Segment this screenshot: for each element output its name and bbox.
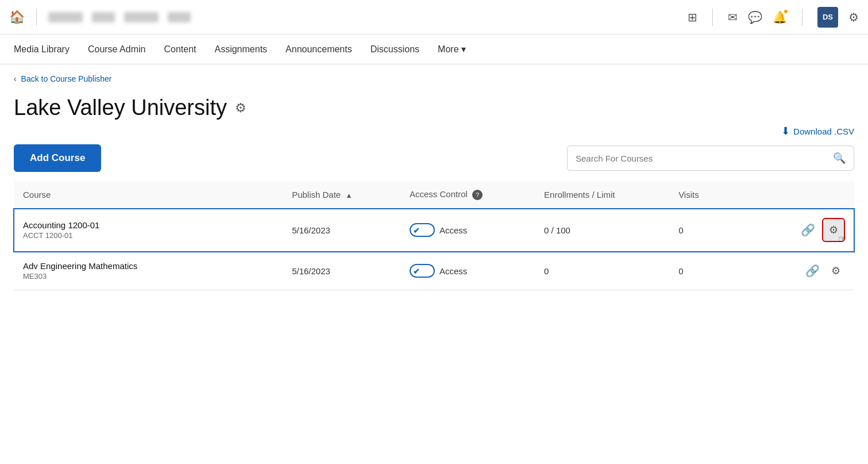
chevron-down-icon: ▾ (461, 44, 466, 55)
course-cell-2: Adv Engineering Mathematics ME303 (14, 252, 283, 290)
sidebar-item-content[interactable]: Content (164, 36, 196, 63)
avatar[interactable]: DS (817, 7, 838, 28)
divider (802, 9, 803, 26)
add-course-button[interactable]: Add Course (14, 144, 101, 172)
sort-arrow-icon: ▲ (345, 191, 352, 200)
search-box: 🔍 (567, 145, 854, 171)
divider (36, 9, 37, 26)
access-control-cell-1: ✔ Access (400, 209, 535, 252)
chevron-left-icon: ‹ (14, 74, 17, 83)
table-row: Adv Engineering Mathematics ME303 5/16/2… (14, 252, 854, 290)
home-icon[interactable]: 🏠 (9, 10, 25, 25)
sidebar-item-media-library[interactable]: Media Library (14, 36, 70, 63)
course-name: Adv Engineering Mathematics (23, 261, 273, 271)
page-settings-icon[interactable]: ⚙ (235, 101, 246, 116)
col-header-access-control: Access Control ? (400, 181, 535, 209)
col-header-publish-date[interactable]: Publish Date ▲ (283, 181, 400, 209)
course-cell-1: Accounting 1200-01 ACCT 1200-01 (14, 209, 283, 252)
toggle-check-icon: ✔ (413, 226, 420, 235)
search-icon[interactable]: 🔍 (833, 152, 846, 164)
table-row: Accounting 1200-01 ACCT 1200-01 5/16/202… (14, 209, 854, 252)
chat-icon[interactable]: 💬 (748, 10, 762, 24)
enrollments-cell-1: 0 / 100 (535, 209, 669, 252)
top-bar-right: ⊞ ✉ 💬 🔔 DS ⚙ (688, 7, 859, 28)
copy-link-button-1[interactable]: 🔗 (798, 221, 817, 239)
publish-date-cell-1: 5/16/2023 (283, 209, 400, 252)
copy-link-button-2[interactable]: 🔗 (803, 262, 822, 280)
enrollments-cell-2: 0 (535, 252, 669, 290)
settings-button-2[interactable]: ⚙ (827, 261, 845, 281)
course-name: Accounting 1200-01 (23, 220, 273, 230)
publish-date-cell-2: 5/16/2023 (283, 252, 400, 290)
actions-cell-2: 🔗 ⚙ (753, 252, 854, 290)
notification-bell[interactable]: 🔔 (773, 10, 787, 24)
visits-cell-1: 0 (669, 209, 753, 252)
toggle-check-icon: ✔ (413, 267, 420, 276)
col-header-visits: Visits (669, 181, 753, 209)
access-toggle-2[interactable]: ✔ (410, 264, 435, 278)
search-input[interactable] (576, 154, 833, 163)
download-icon: ⬇ (781, 125, 790, 137)
back-link[interactable]: ‹ Back to Course Publisher (14, 74, 112, 83)
download-csv-button[interactable]: ⬇ Download .CSV (781, 125, 854, 137)
sidebar-item-assignments[interactable]: Assignments (214, 36, 267, 63)
access-label-2: Access (439, 266, 467, 276)
top-bar: 🏠 ⊞ ✉ 💬 🔔 DS ⚙ (0, 0, 868, 34)
settings-button-1[interactable]: ⚙ (822, 218, 845, 242)
toolbar-row: Add Course 🔍 (14, 144, 854, 172)
logo-4 (168, 12, 191, 22)
access-label-1: Access (439, 225, 467, 235)
col-header-enrollments: Enrollments / Limit (535, 181, 669, 209)
course-code: ME303 (23, 272, 273, 281)
grid-icon[interactable]: ⊞ (688, 10, 697, 24)
divider (712, 9, 713, 26)
mail-icon[interactable]: ✉ (728, 10, 738, 24)
sidebar-item-more[interactable]: More ▾ (438, 36, 465, 63)
page-title: Lake Valley University (14, 95, 227, 120)
sidebar-item-announcements[interactable]: Announcements (286, 36, 352, 63)
page-content: Lake Valley University ⚙ ⬇ Download .CSV… (0, 84, 868, 302)
access-toggle-1[interactable]: ✔ (410, 223, 435, 237)
logo-2 (92, 12, 115, 22)
visits-cell-2: 0 (669, 252, 753, 290)
course-table: Course Publish Date ▲ Access Control ? E… (14, 181, 854, 290)
col-header-actions (753, 181, 854, 209)
course-code: ACCT 1200-01 (23, 231, 273, 240)
logo-1 (48, 12, 83, 22)
top-bar-left: 🏠 (9, 9, 688, 26)
sidebar-item-course-admin[interactable]: Course Admin (88, 36, 146, 63)
help-icon[interactable]: ? (472, 190, 483, 200)
access-control-cell-2: ✔ Access (400, 252, 535, 290)
table-header: Course Publish Date ▲ Access Control ? E… (14, 181, 854, 209)
breadcrumb: ‹ Back to Course Publisher (0, 64, 868, 84)
blurred-logos (48, 12, 191, 22)
sidebar-item-discussions[interactable]: Discussions (371, 36, 419, 63)
notification-dot (783, 9, 789, 14)
logo-3 (124, 12, 159, 22)
secondary-nav: Media Library Course Admin Content Assig… (0, 34, 868, 64)
title-row: Lake Valley University ⚙ (14, 95, 854, 120)
settings-icon[interactable]: ⚙ (848, 10, 859, 24)
action-bar-top: ⬇ Download .CSV (14, 125, 854, 137)
table-body: Accounting 1200-01 ACCT 1200-01 5/16/202… (14, 209, 854, 290)
col-header-course: Course (14, 181, 283, 209)
actions-cell-1: 🔗 ⚙ (753, 209, 854, 252)
